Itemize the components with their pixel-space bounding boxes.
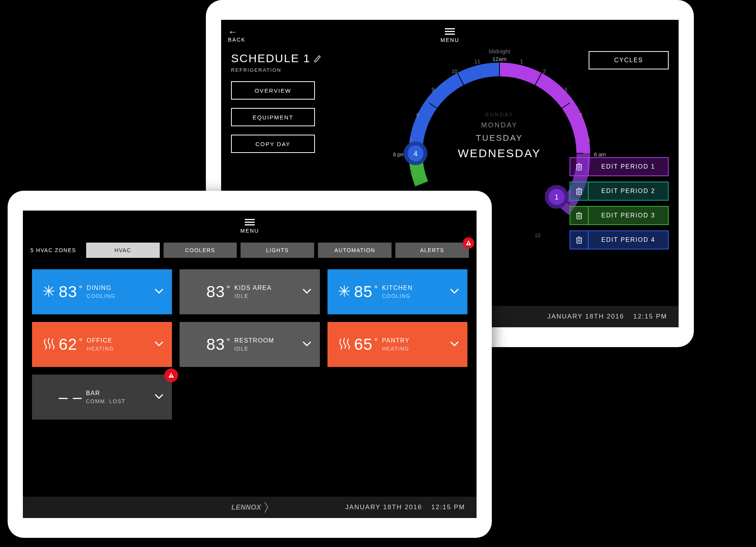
svg-text:6 am: 6 am bbox=[594, 151, 606, 158]
zone-status: IDLE bbox=[234, 293, 272, 299]
zone-name: OFFICE bbox=[87, 337, 114, 344]
svg-text:2: 2 bbox=[543, 68, 546, 74]
zone-card-pantry[interactable]: 65°PANTRYHEATING bbox=[327, 322, 467, 367]
svg-text:4: 4 bbox=[579, 112, 583, 118]
menu-button[interactable]: MENU bbox=[240, 217, 259, 234]
zone-temp: 85° bbox=[354, 283, 378, 301]
zone-name: DINING bbox=[87, 285, 115, 291]
svg-text:10: 10 bbox=[534, 232, 541, 238]
tabs-row: 5 HVAC ZONES HVACCOOLERSLIGHTSAUTOMATION… bbox=[23, 241, 477, 262]
zone-status: COMM. LOST bbox=[86, 398, 125, 404]
alert-badge-icon bbox=[164, 368, 178, 382]
zone-status: COOLING bbox=[382, 293, 413, 299]
zone-card-kitchen[interactable]: 85°KITCHENCOOLING bbox=[327, 269, 467, 314]
tab-hvac[interactable]: HVAC bbox=[86, 243, 160, 258]
zone-card-bar[interactable]: – –BARCOMM. LOST bbox=[32, 375, 172, 420]
tab-coolers[interactable]: COOLERS bbox=[164, 243, 237, 258]
chevron-down-icon bbox=[302, 339, 311, 350]
day-option[interactable]: TUESDAY bbox=[458, 133, 541, 143]
menu-icon bbox=[245, 219, 255, 225]
zone-temp: – – bbox=[59, 388, 82, 406]
svg-text:4: 4 bbox=[414, 150, 417, 158]
svg-text:3: 3 bbox=[564, 87, 567, 93]
zone-name: KITCHEN bbox=[382, 285, 413, 291]
edit-period-button[interactable]: EDIT PERIOD 4 bbox=[570, 230, 669, 249]
svg-text:8: 8 bbox=[416, 112, 419, 118]
menu-icon bbox=[445, 28, 455, 35]
edit-period-button[interactable]: EDIT PERIOD 1 bbox=[570, 157, 669, 176]
svg-text:6 pm: 6 pm bbox=[393, 151, 405, 158]
day-option[interactable]: MONDAY bbox=[458, 121, 541, 129]
chevron-down-icon bbox=[450, 339, 459, 350]
zone-card-restroom[interactable]: 83°RESTROOMIDLE bbox=[180, 322, 319, 367]
chevron-down-icon bbox=[154, 339, 164, 350]
svg-text:9: 9 bbox=[432, 87, 435, 93]
period-label: EDIT PERIOD 2 bbox=[589, 188, 668, 195]
back-label: BACK bbox=[228, 37, 246, 43]
zone-card-dining[interactable]: 83°DININGCOOLING bbox=[32, 269, 172, 314]
chevron-down-icon bbox=[302, 286, 311, 297]
chevron-down-icon bbox=[154, 392, 164, 402]
svg-text:12am: 12am bbox=[492, 56, 507, 62]
tab-automation[interactable]: AUTOMATION bbox=[318, 243, 392, 258]
status-date: JANUARY 18TH 2016 bbox=[547, 313, 624, 320]
svg-text:5: 5 bbox=[410, 169, 413, 175]
zone-temp: 83° bbox=[206, 335, 230, 354]
snow-icon bbox=[40, 285, 57, 299]
heat-icon bbox=[336, 337, 353, 352]
status-date: JANUARY 18TH 2016 bbox=[345, 504, 422, 511]
zone-grid: 83°DININGCOOLING83°KIDS AREAIDLE85°KITCH… bbox=[23, 262, 477, 427]
snow-icon bbox=[336, 285, 353, 299]
zone-temp: 83° bbox=[206, 283, 230, 301]
status-time: 12:15 PM bbox=[633, 313, 667, 320]
status-time: 12:15 PM bbox=[431, 504, 465, 511]
svg-text:10: 10 bbox=[451, 68, 457, 74]
status-bar: LENNOX JANUARY 18TH 2016 12:15 PM bbox=[23, 497, 477, 518]
zone-card-office[interactable]: 62°OFFICEHEATING bbox=[32, 322, 172, 367]
schedule-subtitle: REFRIGERATION bbox=[231, 67, 330, 73]
zone-status: COOLING bbox=[87, 293, 115, 299]
edit-period-button[interactable]: EDIT PERIOD 3 bbox=[570, 206, 669, 225]
svg-text:11: 11 bbox=[474, 58, 480, 64]
zone-name: KIDS AREA bbox=[234, 285, 272, 291]
zone-name: PANTRY bbox=[382, 337, 409, 344]
day-picker[interactable]: SUNDAY MONDAY TUESDAY WEDNESDAY bbox=[458, 108, 541, 164]
delete-period-button[interactable] bbox=[570, 231, 589, 249]
header: MENU bbox=[23, 211, 477, 241]
menu-button[interactable]: MENU bbox=[440, 27, 459, 43]
zone-status: HEATING bbox=[382, 346, 409, 352]
tab-lights[interactable]: LIGHTS bbox=[241, 243, 314, 258]
brand-logo: LENNOX bbox=[231, 504, 268, 512]
day-option[interactable]: SUNDAY bbox=[458, 111, 541, 117]
heat-icon bbox=[40, 337, 57, 352]
svg-text:5: 5 bbox=[587, 137, 590, 143]
zone-card-kids-area[interactable]: 83°KIDS AREAIDLE bbox=[180, 269, 319, 314]
copy-day-button[interactable]: COPY DAY bbox=[231, 135, 315, 153]
menu-label: MENU bbox=[240, 228, 259, 234]
delete-period-button[interactable] bbox=[570, 207, 589, 224]
menu-label: MENU bbox=[440, 37, 459, 43]
zone-temp: 62° bbox=[59, 335, 83, 354]
period-label: EDIT PERIOD 4 bbox=[589, 236, 668, 243]
chevron-down-icon bbox=[154, 286, 164, 297]
equipment-button[interactable]: EQUIPMENT bbox=[231, 108, 315, 126]
tablet-zones: MENU 5 HVAC ZONES HVACCOOLERSLIGHTSAUTOM… bbox=[8, 191, 492, 538]
edit-period-button[interactable]: EDIT PERIOD 2 bbox=[570, 182, 669, 201]
back-arrow-icon: ← bbox=[228, 27, 246, 37]
day-selected[interactable]: WEDNESDAY bbox=[458, 147, 541, 160]
header: ← BACK MENU bbox=[221, 20, 679, 50]
edit-icon bbox=[314, 55, 322, 62]
zone-status: HEATING bbox=[87, 346, 114, 352]
delete-period-button[interactable] bbox=[570, 158, 589, 175]
zone-name: BAR bbox=[86, 390, 125, 397]
zones-count-label: 5 HVAC ZONES bbox=[30, 247, 76, 253]
period-label: EDIT PERIOD 1 bbox=[589, 163, 668, 170]
schedule-title[interactable]: SCHEDULE 1 bbox=[231, 52, 330, 65]
back-button[interactable]: ← BACK bbox=[228, 27, 246, 43]
zone-status: IDLE bbox=[234, 346, 274, 352]
delete-period-button[interactable] bbox=[570, 182, 589, 200]
overview-button[interactable]: OVERVIEW bbox=[231, 81, 315, 100]
cycles-button[interactable]: CYCLES bbox=[589, 51, 669, 69]
tab-alerts[interactable]: ALERTS bbox=[395, 243, 469, 258]
svg-text:1: 1 bbox=[520, 58, 523, 64]
